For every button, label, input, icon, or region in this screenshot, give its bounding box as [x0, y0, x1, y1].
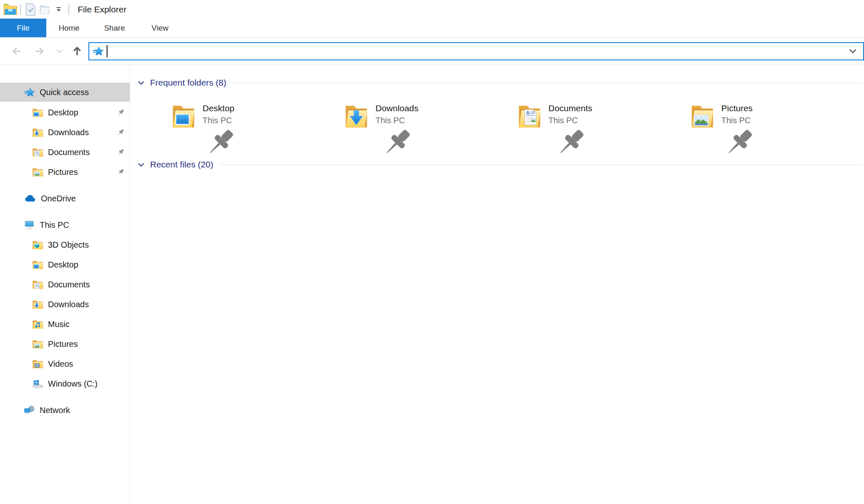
- toolbar-separator: [69, 4, 69, 15]
- pin-icon: [721, 125, 757, 160]
- sidebar-item-label: Desktop: [48, 108, 78, 117]
- folder-downloads-icon: [32, 127, 43, 137]
- window-title: File Explorer: [78, 5, 126, 14]
- sidebar-item-pictures-pc[interactable]: Pictures: [0, 334, 130, 354]
- chevron-down-icon[interactable]: [138, 162, 145, 168]
- tile-text: Documents This PC: [549, 102, 592, 138]
- section-title[interactable]: Frequent folders (8): [150, 78, 226, 88]
- tile-name: Pictures: [721, 103, 757, 113]
- sidebar-item-label: OneDrive: [41, 194, 76, 203]
- tile-location: This PC: [375, 115, 418, 125]
- folder-pictures-large-icon: [689, 103, 716, 130]
- section-title[interactable]: Recent files (20): [150, 160, 213, 170]
- window-content: Quick access Desktop Downloads Documents…: [0, 65, 864, 503]
- sidebar-item-label: Network: [40, 406, 70, 415]
- sidebar-item-music[interactable]: Music: [0, 314, 130, 334]
- sidebar-item-this-pc[interactable]: This PC: [0, 215, 130, 235]
- section-frequent-folders: Frequent folders (8): [138, 77, 862, 88]
- tile-text: Downloads This PC: [375, 102, 418, 138]
- chevron-down-icon[interactable]: [138, 80, 145, 86]
- up-icon[interactable]: [69, 44, 84, 59]
- forward-icon[interactable]: [32, 44, 47, 59]
- tile-location: This PC: [721, 115, 757, 125]
- sidebar-item-label: 3D Objects: [48, 240, 89, 250]
- pin-icon: [375, 125, 418, 160]
- section-recent-files: Recent files (20): [138, 159, 862, 170]
- sidebar-item-label: Documents: [48, 280, 90, 289]
- tab-share[interactable]: Share: [92, 19, 137, 37]
- tile-name: Downloads: [375, 103, 418, 113]
- address-dropdown-chevron-icon[interactable]: [847, 46, 858, 57]
- sidebar-item-quick-access[interactable]: Quick access: [0, 83, 130, 102]
- main-pane: Frequent folders (8) Desktop This PC Dow…: [130, 65, 864, 503]
- properties-icon[interactable]: [24, 2, 38, 17]
- quick-access-star-icon: [24, 87, 35, 97]
- sidebar-item-desktop[interactable]: Desktop: [0, 103, 130, 122]
- toolbar-separator: [20, 4, 21, 15]
- sidebar-item-videos[interactable]: Videos: [0, 354, 130, 374]
- pin-icon: [116, 108, 125, 117]
- sidebar-item-label: Windows (C:): [48, 379, 98, 389]
- folder-3d-objects-icon: [32, 240, 43, 250]
- navigation-pane: Quick access Desktop Downloads Documents…: [0, 65, 130, 503]
- address-bar[interactable]: [88, 42, 864, 60]
- tile-location: This PC: [549, 115, 592, 125]
- tile-name: Desktop: [203, 103, 238, 113]
- file-explorer-window: File Explorer File Home Share View Quick…: [0, 0, 864, 504]
- this-pc-icon: [24, 220, 35, 230]
- sidebar-item-label: Quick access: [40, 88, 89, 97]
- folder-music-icon: [32, 319, 43, 329]
- sidebar-item-documents-pc[interactable]: Documents: [0, 275, 130, 294]
- tile-text: Desktop This PC: [203, 102, 238, 138]
- frequent-folder-tile-downloads[interactable]: Downloads This PC: [343, 102, 516, 138]
- sidebar-item-desktop-pc[interactable]: Desktop: [0, 255, 130, 275]
- sidebar-group-gap: [0, 182, 130, 189]
- address-input[interactable]: [107, 44, 848, 59]
- drive-windows-icon: [32, 379, 43, 389]
- sidebar-item-pictures[interactable]: Pictures: [0, 162, 130, 182]
- folder-desktop-large-icon: [170, 103, 197, 130]
- sidebar-item-windows-c[interactable]: Windows (C:): [0, 374, 130, 394]
- sidebar-item-label: Pictures: [48, 167, 78, 177]
- ribbon-tab-bar: File Home Share View: [0, 19, 864, 38]
- customize-toolbar-dropdown-icon[interactable]: [52, 2, 66, 17]
- folder-documents-icon: [32, 279, 43, 289]
- sidebar-item-3d-objects[interactable]: 3D Objects: [0, 235, 130, 255]
- sidebar-item-downloads-pc[interactable]: Downloads: [0, 294, 130, 314]
- frequent-folder-tile-desktop[interactable]: Desktop This PC: [170, 102, 343, 138]
- sidebar-item-onedrive[interactable]: OneDrive: [0, 189, 130, 208]
- pin-icon: [549, 125, 592, 160]
- folder-documents-icon: [32, 147, 43, 157]
- title-bar: File Explorer: [0, 0, 864, 19]
- sidebar-item-documents[interactable]: Documents: [0, 142, 130, 162]
- sidebar-group-gap: [0, 394, 130, 400]
- frequent-folder-tile-pictures[interactable]: Pictures This PC: [689, 102, 862, 138]
- pin-icon: [116, 128, 125, 137]
- onedrive-icon: [24, 193, 36, 203]
- sidebar-item-label: This PC: [40, 220, 69, 230]
- section-divider: [220, 165, 862, 165]
- tile-name: Documents: [549, 103, 592, 113]
- file-explorer-icon: [3, 2, 17, 17]
- network-icon: [24, 405, 35, 415]
- navigation-bar: [0, 38, 864, 65]
- sidebar-item-label: Downloads: [48, 128, 89, 137]
- tab-home[interactable]: Home: [46, 19, 92, 37]
- pin-icon: [116, 168, 125, 177]
- quick-access-star-icon: [93, 46, 104, 56]
- pin-icon: [116, 148, 125, 157]
- folder-desktop-icon: [32, 107, 43, 117]
- pin-icon: [203, 125, 238, 160]
- new-folder-icon[interactable]: [38, 2, 52, 17]
- sidebar-item-label: Desktop: [48, 260, 78, 270]
- tab-file[interactable]: File: [0, 19, 46, 37]
- back-icon[interactable]: [9, 44, 24, 59]
- tab-view[interactable]: View: [137, 19, 183, 37]
- folder-downloads-icon: [32, 299, 43, 309]
- frequent-folder-tile-documents[interactable]: Documents This PC: [516, 102, 689, 138]
- sidebar-item-downloads[interactable]: Downloads: [0, 122, 130, 142]
- sidebar-item-network[interactable]: Network: [0, 400, 130, 420]
- recent-locations-chevron-icon[interactable]: [55, 44, 64, 59]
- sidebar-group-gap: [0, 208, 130, 215]
- section-divider: [233, 83, 862, 83]
